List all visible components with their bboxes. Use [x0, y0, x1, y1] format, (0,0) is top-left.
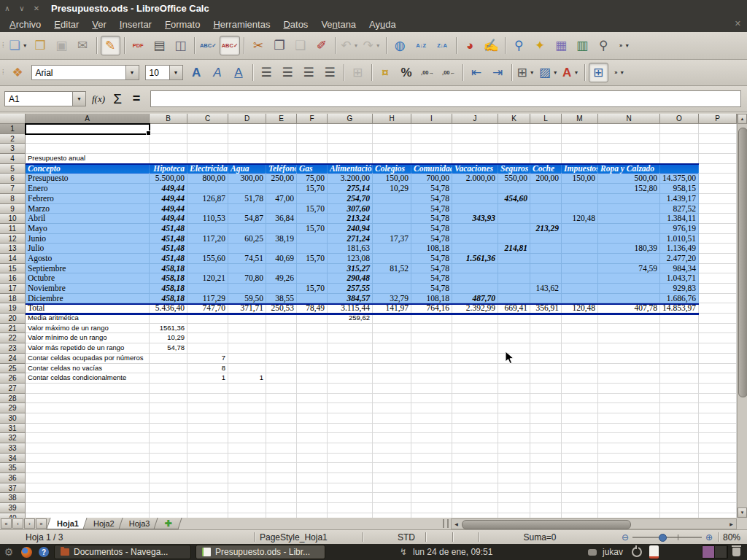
cell-I11[interactable]: 54,78: [411, 224, 452, 234]
cell-O21[interactable]: [660, 324, 699, 334]
zoom-slider-track[interactable]: [632, 537, 702, 538]
cell-D34[interactable]: [228, 454, 266, 464]
print-preview-icon[interactable]: ◫: [171, 36, 190, 55]
cell-F22[interactable]: [297, 333, 328, 343]
cell-D17[interactable]: [228, 284, 266, 294]
cell-F19[interactable]: 78,49: [297, 303, 328, 314]
cell-L26[interactable]: [530, 373, 562, 384]
cell-G19[interactable]: 3.115,44: [328, 303, 373, 314]
cell-N4[interactable]: [598, 154, 660, 164]
cell-A6[interactable]: Presupuesto: [26, 174, 150, 184]
cell-N18[interactable]: [598, 294, 660, 304]
cell-N36[interactable]: [598, 473, 660, 483]
row-header-13[interactable]: 13: [0, 244, 26, 254]
cell-B4[interactable]: [150, 154, 187, 164]
cell-J38[interactable]: [452, 493, 498, 503]
cell-M22[interactable]: [562, 333, 598, 343]
cell-O29[interactable]: [660, 403, 699, 413]
cell-C8[interactable]: 126,87: [187, 194, 228, 204]
cell-M20[interactable]: [562, 314, 598, 324]
cell-E11[interactable]: [266, 224, 297, 234]
cell-F38[interactable]: [297, 493, 328, 503]
cell-L3[interactable]: [530, 144, 562, 154]
cell-L5[interactable]: Coche: [530, 164, 562, 174]
cell-C14[interactable]: 155,60: [187, 254, 228, 264]
cell-I1[interactable]: [411, 124, 452, 134]
cell-J25[interactable]: [452, 364, 498, 374]
bold-icon[interactable]: A: [187, 63, 206, 82]
cell-N10[interactable]: [598, 214, 660, 224]
column-header-O[interactable]: O: [660, 114, 699, 124]
cell-B6[interactable]: 5.500,00: [150, 174, 187, 184]
cell-N17[interactable]: [598, 284, 660, 294]
cell-E4[interactable]: [266, 154, 297, 164]
cell-A20[interactable]: Media aritmética: [26, 314, 150, 324]
cell-L27[interactable]: [530, 384, 562, 394]
cell-D30[interactable]: [228, 413, 266, 424]
cell-J28[interactable]: [452, 394, 498, 404]
cell-L23[interactable]: [530, 343, 562, 354]
cell-G7[interactable]: 275,14: [328, 184, 373, 194]
autospellcheck-icon[interactable]: ABC✓: [220, 36, 241, 55]
cell-O12[interactable]: 1.010,51: [660, 234, 699, 244]
zoom-icon[interactable]: ⚲: [594, 36, 614, 55]
cell-P1[interactable]: [699, 124, 737, 134]
menu-formato[interactable]: Formato: [158, 18, 206, 31]
cell-J27[interactable]: [452, 384, 498, 394]
cell-M8[interactable]: [562, 194, 598, 204]
cell-M11[interactable]: [562, 224, 598, 234]
cell-P25[interactable]: [699, 364, 737, 374]
cell-H31[interactable]: [373, 424, 411, 434]
cell-A15[interactable]: Septiembre: [26, 264, 150, 274]
cell-I14[interactable]: 54,78: [411, 254, 452, 264]
cell-K11[interactable]: [498, 224, 530, 234]
cell-G22[interactable]: [328, 333, 373, 343]
cell-N2[interactable]: [598, 134, 660, 144]
cell-D12[interactable]: 60,25: [228, 234, 266, 244]
cell-B10[interactable]: 449,44: [150, 214, 187, 224]
cell-P13[interactable]: [699, 244, 737, 254]
cell-L10[interactable]: [530, 214, 562, 224]
trash-icon[interactable]: [732, 545, 740, 559]
cell-M39[interactable]: [562, 503, 598, 513]
underline-icon[interactable]: A: [229, 63, 249, 82]
cell-B36[interactable]: [150, 473, 187, 483]
cell-E31[interactable]: [266, 424, 297, 434]
cell-D9[interactable]: [228, 204, 266, 214]
cell-F23[interactable]: [297, 343, 328, 354]
cell-P31[interactable]: [699, 424, 737, 434]
cell-F4[interactable]: [297, 154, 328, 164]
cell-P19[interactable]: [699, 303, 737, 314]
cell-E25[interactable]: [266, 364, 297, 374]
cell-M27[interactable]: [562, 384, 598, 394]
cell-C18[interactable]: 117,29: [187, 294, 228, 304]
document-close-icon[interactable]: ✕: [735, 19, 741, 28]
cell-F12[interactable]: [297, 234, 328, 244]
cell-A13[interactable]: Julio: [26, 244, 150, 254]
cell-O34[interactable]: [660, 454, 699, 464]
cell-J15[interactable]: [452, 264, 498, 274]
cell-I26[interactable]: [411, 373, 452, 384]
firefox-launcher-icon[interactable]: [19, 545, 34, 559]
cell-A3[interactable]: [26, 144, 150, 154]
sum-icon[interactable]: Σ: [108, 90, 127, 108]
cell-L13[interactable]: [530, 244, 562, 254]
row-header-7[interactable]: 7: [0, 184, 26, 194]
cell-M25[interactable]: [562, 364, 598, 374]
cell-J24[interactable]: [452, 354, 498, 364]
cell-E14[interactable]: 40,69: [266, 254, 297, 264]
cell-L12[interactable]: [530, 234, 562, 244]
cell-K37[interactable]: [498, 483, 530, 494]
cell-E8[interactable]: 47,00: [266, 194, 297, 204]
cell-M32[interactable]: [562, 433, 598, 443]
cell-O26[interactable]: [660, 373, 699, 384]
cell-G25[interactable]: [328, 364, 373, 374]
cell-P36[interactable]: [699, 473, 737, 483]
horizontal-scroll-thumb[interactable]: [462, 520, 631, 529]
cell-A11[interactable]: Mayo: [26, 224, 150, 234]
cell-H17[interactable]: [373, 284, 411, 294]
cell-F13[interactable]: [297, 244, 328, 254]
cell-N24[interactable]: [598, 354, 660, 364]
toolbar1-overflow-dropdown-icon[interactable]: ▼: [624, 43, 630, 48]
cell-I32[interactable]: [411, 433, 452, 443]
